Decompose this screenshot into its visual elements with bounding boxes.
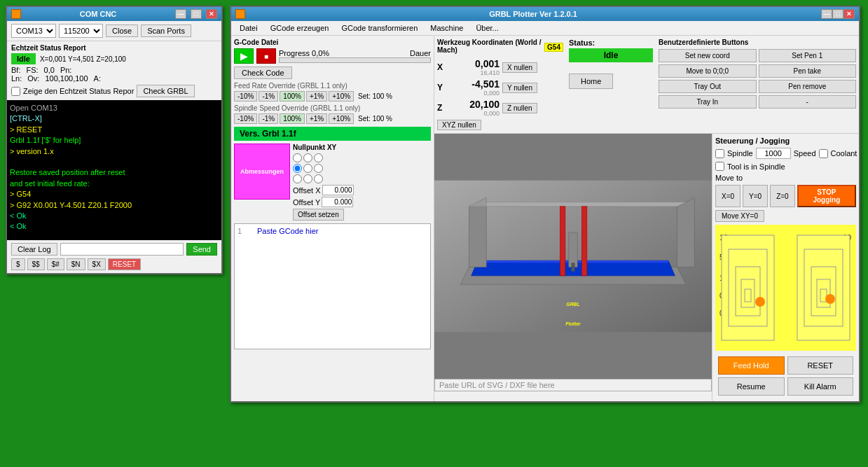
status-section-label: Echtzeit Status Report <box>11 44 217 52</box>
spindle-btn--1%[interactable]: -1% <box>259 113 278 124</box>
cmd-btn-dollarn[interactable]: $N <box>67 258 85 270</box>
spindle-speed-input[interactable] <box>756 148 791 159</box>
feed-btn--1%[interactable]: -1% <box>259 91 278 102</box>
menu-item-gcode-erzeugen[interactable]: GCode erzeugen <box>265 22 335 34</box>
feed-hold-btn[interactable]: Feed Hold <box>718 356 785 375</box>
custom-btn-pen-remove[interactable]: Pen remove <box>759 80 857 93</box>
kill-alarm-btn[interactable]: Kill Alarm <box>787 377 854 396</box>
spindle-btn--10%[interactable]: -10% <box>234 113 257 124</box>
radio7[interactable] <box>293 174 302 183</box>
move-xy0-btn[interactable]: Move XY=0 <box>715 210 764 222</box>
grbl-title: GRBL Plotter Ver 1.2.0.1 <box>245 10 821 18</box>
coolant-checkbox[interactable] <box>819 149 828 158</box>
ov-label: Ov: <box>27 74 39 83</box>
scan-ports-btn[interactable]: Scan Ports <box>141 25 191 37</box>
left-panel: G-Code Datei ▶ ■ Progress 0,0% Dauer Che… <box>231 36 434 401</box>
custom-btn-set-new-coord[interactable]: Set new coord <box>659 49 757 62</box>
cmd-btn-dollarhash[interactable]: $# <box>47 258 64 270</box>
reset-cmd-btn[interactable]: RESET <box>108 258 141 270</box>
radio2[interactable] <box>303 153 312 162</box>
tool-spindle-row: Tool is in Spindle <box>715 162 856 171</box>
radio3[interactable] <box>314 153 323 162</box>
grbl-close-btn[interactable]: ✕ <box>843 9 855 19</box>
spindle-checkbox[interactable] <box>715 149 724 158</box>
z-value: 20,100 <box>450 99 500 110</box>
radio6[interactable] <box>314 164 323 173</box>
progress-bar <box>279 57 431 63</box>
custom-btn-move-to-000[interactable]: Move to 0;0;0 <box>659 64 757 78</box>
status-checkbox[interactable] <box>11 87 20 96</box>
x-null-btn[interactable]: X nullen <box>502 62 537 73</box>
y0-btn[interactable]: Y=0 <box>743 185 768 207</box>
menu-item-gcode-transformieren[interactable]: GCode transformieren <box>336 22 423 34</box>
xyz-null-btn[interactable]: XYZ nullen <box>437 120 481 130</box>
3d-viewport[interactable]: GRBL Plotter <box>434 134 712 379</box>
grbl-minimize-btn[interactable]: — <box>821 9 832 19</box>
machine-status-value: Idle <box>569 48 653 62</box>
custom-btn-tray-out[interactable]: Tray Out <box>659 80 757 93</box>
cmd-btn-dollar$[interactable]: $$ <box>27 258 45 270</box>
radio9[interactable] <box>314 174 323 183</box>
custom-btn-tray-in[interactable]: Tray In <box>659 95 757 109</box>
menu-item-maschine[interactable]: Maschine <box>425 22 469 34</box>
baud-select[interactable]: 115200 <box>59 24 103 38</box>
custom-btn--[interactable]: - <box>759 95 857 109</box>
offset-x-input[interactable] <box>322 185 354 195</box>
offset-setzen-btn[interactable]: Offset setzen <box>293 209 344 221</box>
cmd-btn-dollar[interactable]: $ <box>11 258 25 270</box>
viewport-url-bar[interactable]: Paste URL of SVG / DXF file here <box>434 379 712 391</box>
pn-label: Pn: <box>60 66 72 74</box>
gcode-editor[interactable]: 1 Paste GCode hier <box>234 223 431 349</box>
y-sub: 0,000 <box>450 90 500 97</box>
z0-btn[interactable]: Z=0 <box>770 185 795 207</box>
speed-label: Speed <box>794 149 816 158</box>
tool-in-spindle: Tool is in Spindle <box>727 162 785 171</box>
x0-btn[interactable]: X=0 <box>715 185 740 207</box>
radio4[interactable] <box>293 164 302 173</box>
close-port-btn[interactable]: Close <box>106 25 138 37</box>
z-null-btn[interactable]: Z nullen <box>502 103 537 113</box>
resume-btn[interactable]: Resume <box>718 377 785 396</box>
bottom-controls: Feed Hold RESET Resume Kill Alarm <box>715 354 856 398</box>
x-label: X <box>437 62 448 72</box>
cmd-input[interactable] <box>60 243 184 256</box>
menu-item-über...[interactable]: Über... <box>470 22 504 34</box>
feed-btn--10%[interactable]: -10% <box>234 91 257 102</box>
svg-marker-6 <box>469 202 686 207</box>
custom-btn-set-pen-1[interactable]: Set Pen 1 <box>759 49 857 62</box>
feed-btn-100%[interactable]: 100% <box>280 91 305 102</box>
offset-y-input[interactable] <box>322 197 353 207</box>
right-panel: Werkzeug Koordinaten (World / Mach) G54 … <box>434 36 859 401</box>
feed-btn-+1%[interactable]: +1% <box>306 91 327 102</box>
com-close-btn[interactable]: ✕ <box>206 9 217 19</box>
idle-status: Idle <box>11 53 36 64</box>
custom-btn-pen-take[interactable]: Pen take <box>759 64 857 78</box>
check-code-btn[interactable]: Check Code <box>234 67 292 79</box>
clear-log-btn[interactable]: Clear Log <box>11 243 57 256</box>
coolant-label: Coolant <box>831 149 857 158</box>
custom-btn-title: Benutzerdefinierte Buttons <box>659 39 856 46</box>
jogging-graph: 10 5 1 0,5 0,1 <box>715 225 856 351</box>
spindle-btn-+1%[interactable]: +1% <box>306 113 327 124</box>
radio5[interactable] <box>303 164 312 173</box>
reset-btn2[interactable]: RESET <box>787 356 854 375</box>
feed-btn-+10%[interactable]: +10% <box>329 91 354 102</box>
check-grbl-btn[interactable]: Check GRBL <box>137 85 194 97</box>
grbl-maximize-btn[interactable]: □ <box>832 9 843 19</box>
send-btn[interactable]: Send <box>186 243 217 256</box>
radio8[interactable] <box>303 174 312 183</box>
cmd-btn-dollarx[interactable]: $X <box>88 258 106 270</box>
stop-btn[interactable]: ■ <box>256 48 276 64</box>
stop-jogging-btn[interactable]: STOP Jogging <box>797 185 856 207</box>
menu-item-datei[interactable]: Datei <box>234 22 263 34</box>
spindle-btn-+10%[interactable]: +10% <box>329 113 354 124</box>
spindle-btn-100%[interactable]: 100% <box>280 113 305 124</box>
port-select[interactable]: COM13 <box>11 24 56 38</box>
y-null-btn[interactable]: Y nullen <box>502 83 537 93</box>
com-maximize-btn[interactable]: □ <box>191 9 202 19</box>
home-btn[interactable]: Home <box>569 74 613 89</box>
com-minimize-btn[interactable]: — <box>175 9 186 19</box>
tool-spindle-checkbox[interactable] <box>715 162 724 171</box>
play-btn[interactable]: ▶ <box>234 48 254 64</box>
radio1[interactable] <box>293 153 302 162</box>
